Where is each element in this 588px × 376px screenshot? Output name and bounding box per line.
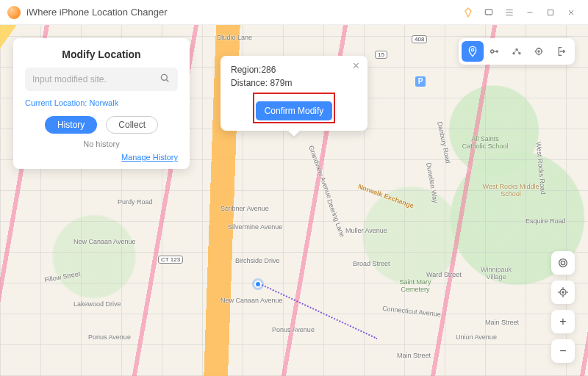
search-input[interactable]	[32, 74, 159, 84]
road-label: Silvermine Avenue	[228, 223, 282, 231]
confirm-highlight: Confirm Modify	[256, 95, 333, 120]
distance-value: 879m	[270, 78, 292, 88]
app-logo	[7, 6, 21, 19]
recenter-button[interactable]	[551, 251, 575, 275]
road-label: Ponus Avenue	[272, 326, 315, 333]
poi-label: West Rocks Middle School	[481, 183, 540, 198]
poi-label: Saint Mary Cemetery	[390, 278, 441, 293]
parking-icon: P	[415, 76, 426, 87]
road-label: Norwalk Exchange	[357, 183, 415, 210]
zoom-in-button[interactable]: +	[551, 310, 575, 333]
maximize-button[interactable]	[541, 3, 560, 22]
road-label: Studio Lane	[217, 34, 252, 41]
distance-label: Distance:	[231, 78, 268, 88]
exit-button[interactable]	[550, 41, 572, 62]
panel-heading: Modify Location	[25, 48, 178, 60]
svg-rect-0	[485, 9, 492, 14]
road-label: New Canaan Avenue	[74, 238, 135, 245]
svg-point-11	[561, 261, 564, 264]
current-location-dot	[254, 281, 262, 288]
road-label: Grandview Avenue	[307, 145, 333, 199]
popup-region-line: Region:286	[231, 65, 357, 75]
road-label: Ward Street	[426, 271, 462, 278]
road-label: Dunellen Way	[425, 162, 440, 204]
map-canvas[interactable]: Ponus Avenue Ponus Avenue New Canaan Ave…	[0, 25, 588, 376]
road-label: Birchside Drive	[235, 257, 280, 264]
road-label: Danbury Road	[436, 121, 452, 164]
svg-point-9	[536, 48, 542, 54]
confirm-modify-button[interactable]: Confirm Modify	[256, 101, 333, 120]
zoom-out-button[interactable]: −	[551, 339, 575, 363]
modify-location-panel: Modify Location Current Location: Norwal…	[13, 38, 190, 169]
road-label: Lakewood Drive	[74, 300, 121, 308]
svg-point-4	[491, 50, 494, 53]
road-label: Main Street	[485, 319, 519, 326]
road-label: Muller Avenue	[345, 227, 387, 234]
road-label: Main Street	[397, 352, 431, 359]
mode-toolstrip	[459, 38, 575, 65]
poi-label: All Saints Catholic School	[459, 135, 511, 150]
road-label: Fillow Street	[44, 270, 81, 283]
minimize-button[interactable]	[520, 3, 539, 22]
svg-point-3	[471, 48, 473, 51]
road-label: New Canaan Avenue	[220, 297, 282, 304]
region-label: Region:	[231, 65, 261, 75]
tab-history[interactable]: History	[45, 116, 97, 134]
popup-tail	[288, 131, 300, 137]
region-value: 286	[261, 65, 276, 75]
svg-rect-1	[548, 10, 553, 15]
search-field[interactable]	[25, 68, 178, 91]
map-controls: + −	[551, 251, 575, 363]
road-label: West Rocks Road	[535, 142, 547, 195]
popup-distance-line: Distance: 879m	[231, 78, 357, 88]
popup-close-button[interactable]: ✕	[350, 60, 362, 72]
road-shield: 15	[375, 51, 387, 59]
road-shield: CT 123	[158, 256, 183, 264]
titlebar: iWhere iPhone Location Changer	[0, 0, 588, 25]
app-title: iWhere iPhone Location Changer	[26, 7, 168, 18]
current-location-link[interactable]: Current Location: Norwalk	[25, 98, 178, 107]
svg-point-12	[559, 259, 567, 267]
menu-icon[interactable]	[500, 3, 519, 22]
road-label: Connecticut Avenue	[382, 305, 442, 318]
svg-point-8	[519, 53, 520, 54]
road-label: Deering Lane	[326, 198, 346, 238]
close-button[interactable]	[562, 3, 581, 22]
premium-icon[interactable]	[459, 3, 478, 22]
road-label: Union Avenue	[456, 333, 497, 341]
svg-point-2	[161, 74, 167, 80]
road-label: Esquire Road	[526, 217, 566, 225]
road-label: Ponus Avenue	[88, 333, 131, 341]
road-shield: 408	[412, 35, 427, 43]
search-icon[interactable]	[159, 72, 171, 87]
mode-teleport-button[interactable]	[462, 41, 484, 62]
feedback-icon[interactable]	[479, 3, 498, 22]
poi-label: Winnipauk Village	[470, 266, 522, 281]
tab-collect[interactable]: Collect	[106, 116, 158, 134]
locate-button[interactable]	[551, 281, 575, 304]
road-label: Purdy Road	[118, 198, 153, 206]
no-history-label: No history	[25, 140, 178, 148]
route-path	[257, 282, 378, 339]
road-label: Scribner Avenue	[220, 205, 269, 212]
manage-history-link[interactable]: Manage History	[25, 153, 178, 162]
history-tabs: History Collect	[25, 116, 178, 134]
mode-multi-spot-button[interactable]	[506, 41, 528, 62]
road-label: Broad Street	[353, 260, 390, 267]
confirm-popup: ✕ Region:286 Distance: 879m Confirm Modi…	[220, 56, 368, 131]
svg-point-10	[538, 51, 539, 52]
mode-joystick-button[interactable]	[528, 41, 550, 62]
svg-point-14	[562, 292, 564, 293]
svg-point-5	[496, 51, 498, 52]
mode-two-spot-button[interactable]	[484, 41, 506, 62]
